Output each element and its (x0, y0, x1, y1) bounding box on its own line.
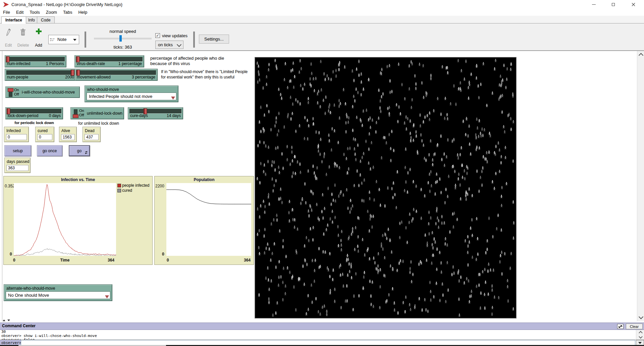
setup-button-label: setup (13, 149, 22, 153)
menu-file[interactable]: File (0, 9, 13, 16)
chooser-value-box[interactable]: No One should Move (6, 291, 110, 299)
widget-type-value: Note (57, 37, 66, 42)
slider-value: 14 days (167, 113, 181, 118)
window-title: Corona_Spread - NetLogo {H:\Google Drive… (11, 0, 122, 9)
slider-label: cure-days (130, 113, 148, 118)
slider-value: 0 days (49, 113, 61, 118)
command-center-output: 30 observer> show i-will-chose-who-shoul… (0, 330, 636, 340)
netlogo-window: Corona_Spread - NetLogo {H:\Google Drive… (0, 0, 644, 346)
chooser-value: Infected People should not move (89, 94, 152, 99)
settings-button[interactable]: Settings... (199, 35, 229, 44)
delete-tool-label: Delete (16, 43, 30, 48)
menu-edit[interactable]: Edit (13, 9, 26, 16)
slider-track[interactable] (6, 57, 65, 61)
clear-button[interactable]: Clear (626, 324, 643, 329)
ticks-counter: ticks: 363 (94, 45, 152, 50)
menu-tools[interactable]: Tools (26, 9, 43, 16)
tab-code[interactable]: Code (37, 16, 55, 23)
scroll-up-icon[interactable] (639, 53, 643, 58)
detach-icon (618, 325, 623, 329)
update-mode-select[interactable]: on ticks (155, 41, 183, 49)
slider-track[interactable] (7, 109, 61, 113)
note-unlimited-lockdown: for unlimited lock down (72, 121, 125, 126)
x-max-label: 364 (108, 258, 114, 263)
slider-label: virus-death-rate (77, 61, 105, 66)
setup-button[interactable]: setup (4, 145, 31, 156)
title-bar: Corona_Spread - NetLogo {H:\Google Drive… (0, 0, 644, 9)
splitter-up-icon[interactable] (3, 320, 5, 321)
x-min-label: 0 (167, 258, 169, 263)
switch-unlimited-lock-down[interactable]: On Off unlimited-lock-down (70, 107, 124, 119)
switch-knob[interactable] (8, 88, 13, 92)
chooser-value-box[interactable]: Infected People should not move (87, 93, 176, 100)
output-scrollbar[interactable] (636, 330, 644, 340)
toolbar-separator-2 (193, 32, 195, 48)
slider-value: 1 percentage (118, 61, 142, 66)
forever-icon (85, 151, 88, 154)
maximize-button[interactable] (603, 0, 623, 9)
pane-left-border (2, 51, 2, 321)
slider-track[interactable] (76, 57, 143, 61)
slider-num-people[interactable]: num-people 2000 (5, 69, 76, 81)
close-button[interactable] (623, 0, 644, 9)
tab-interface[interactable]: Interface (1, 16, 26, 24)
monitor-value: 0 (37, 134, 52, 140)
monitor-label: Dead (85, 128, 95, 133)
switch-onoff-labels: On Off (14, 88, 19, 97)
monitor-value: 1563 (61, 134, 75, 140)
detach-button[interactable] (617, 324, 624, 329)
widget-type-select[interactable]: Abc def ghi jkl Note (48, 35, 79, 44)
checkmark-icon: ✓ (156, 33, 159, 38)
slider-track[interactable] (76, 70, 156, 75)
y-min-label: 0 (10, 252, 12, 256)
monitor-value: 363 (6, 165, 29, 171)
speed-slider-label: normal speed (94, 29, 152, 34)
minimize-icon (592, 4, 596, 5)
close-icon (632, 3, 635, 6)
slider-lock-down-period[interactable]: lock-down-period 0 days (5, 107, 63, 119)
toolbar-separator (85, 32, 86, 48)
interface-vertical-scrollbar[interactable] (637, 51, 644, 321)
monitor-value: 0 (6, 134, 27, 140)
plot-canvas (14, 183, 116, 256)
go-once-button[interactable]: go once (37, 145, 62, 156)
scroll-up-icon[interactable] (639, 331, 642, 335)
legend-label: people infected (122, 183, 149, 188)
scroll-down-icon[interactable] (639, 314, 643, 319)
slider-value: 1 Persons (46, 61, 64, 66)
chooser-alternate-who-should-move[interactable]: alternate-who-should-move No One should … (4, 284, 112, 301)
plot-title: Infection vs. Time (4, 177, 152, 182)
slider-num-infected[interactable]: num-infected 1 Persons (5, 55, 66, 67)
monitor-label: Alive (61, 128, 70, 133)
plot-population: Population 2200 0 0 364 (154, 176, 254, 265)
slider-virus-death-rate[interactable]: virus-death-rate 1 percentage (74, 55, 144, 67)
slider-movement-allowed[interactable]: movement-allowed 3 percentage (74, 69, 158, 81)
note-death-rate: percentage of affected people who die be… (150, 56, 251, 66)
slider-track[interactable] (129, 109, 181, 113)
chooser-who-should-move[interactable]: who-should-move Infected People should n… (85, 85, 178, 102)
slider-track[interactable] (6, 70, 75, 75)
slider-label: lock-down-period (8, 113, 38, 118)
command-center-splitter[interactable] (3, 320, 10, 321)
slider-cure-days[interactable]: cure-days 14 days (128, 107, 183, 119)
switch-toggle[interactable] (9, 89, 12, 97)
legend-swatch-gray (117, 189, 121, 192)
update-mode-value: on ticks (158, 41, 173, 49)
menu-zoom[interactable]: Zoom (43, 9, 60, 16)
scroll-down-icon[interactable] (639, 335, 642, 338)
monitor-days-passed: days passed 363 (4, 158, 31, 173)
menu-help[interactable]: Help (75, 9, 90, 16)
switch-knob[interactable] (73, 114, 78, 118)
view-updates-checkbox[interactable]: ✓ (155, 33, 160, 38)
interface-toolbar: Edit Delete Add Abc def ghi jkl (0, 23, 644, 51)
minimize-button[interactable] (584, 0, 603, 9)
menu-tabs[interactable]: Tabs (60, 9, 75, 16)
menu-bar: File Edit Tools Zoom Tabs Help (0, 9, 644, 16)
speed-slider-track[interactable] (94, 38, 152, 40)
go-button[interactable]: go (69, 145, 90, 156)
speed-slider-thumb[interactable] (119, 35, 122, 42)
switch-toggle[interactable] (74, 109, 77, 118)
switch-i-will-chose-who-should-move[interactable]: On Off i-will-chose-who-should-move (5, 86, 80, 98)
pencil-icon (5, 28, 11, 37)
splitter-down-icon[interactable] (7, 320, 10, 321)
